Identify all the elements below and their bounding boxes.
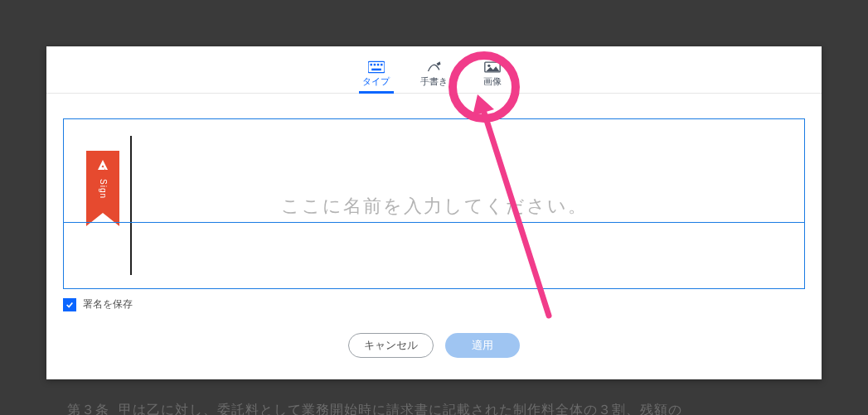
ribbon-sign-label: Sign [99,179,108,199]
tab-image-label: 画像 [483,75,502,88]
background-document-text: 第３条 甲は乙に対し、委託料として業務開始時に請求書に記載された制作料全体の３割… [58,383,682,415]
svg-marker-8 [473,94,494,116]
tab-type[interactable]: タイプ [359,55,394,93]
apply-button-label: 適用 [472,338,493,353]
tab-image[interactable]: 画像 [475,55,510,93]
svg-rect-3 [376,64,379,66]
tab-draw-label: 手書き [420,75,448,88]
svg-rect-1 [370,64,372,66]
cancel-button-label: キャンセル [364,338,418,353]
save-signature-label: 署名を保存 [83,297,133,311]
cancel-button[interactable]: キャンセル [348,333,434,358]
bg-line-1: 第３条 甲は乙に対し、委託料として業務開始時に請求書に記載された制作料全体の３割… [67,403,682,415]
save-signature-row: 署名を保存 [63,297,805,311]
signature-placeholder: ここに名前を入力してください。 [64,194,804,219]
pen-icon [426,60,443,74]
keyboard-icon [368,60,385,74]
tab-draw[interactable]: 手書き [417,55,452,93]
text-caret [130,136,132,275]
adobe-sign-ribbon: Sign [86,151,119,213]
tab-type-label: タイプ [362,75,390,88]
signature-input-area[interactable]: Sign ここに名前を入力してください。 [63,118,805,289]
adobe-logo-icon [95,157,110,176]
checkmark-icon [65,301,74,309]
apply-button[interactable]: 適用 [445,333,520,358]
svg-rect-4 [381,64,383,66]
dialog-button-row: キャンセル 適用 [46,333,822,358]
svg-point-7 [487,65,490,67]
signature-mode-tabs: タイプ 手書き 画像 [46,46,822,94]
save-signature-checkbox[interactable] [63,298,76,311]
signature-baseline [64,222,804,223]
signature-dialog: タイプ 手書き 画像 Sign ここに名前を入力してください。 [46,46,822,379]
svg-rect-0 [368,61,385,72]
svg-rect-2 [373,64,376,66]
svg-rect-5 [371,69,381,71]
image-icon [484,60,501,74]
